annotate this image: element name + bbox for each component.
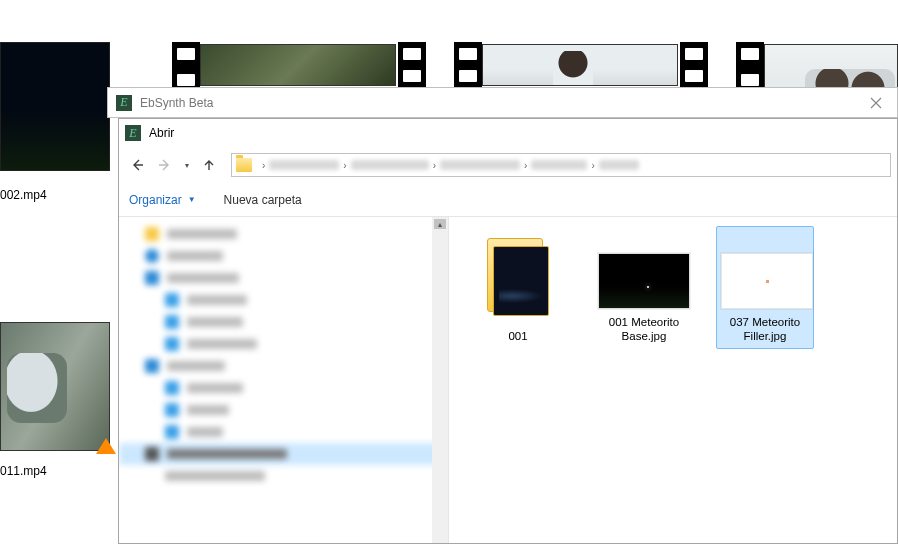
chevron-right-icon: › (262, 160, 265, 171)
file-name: 037 Meteorito Filler.jpg (721, 315, 809, 344)
video-frame (0, 42, 110, 171)
folder-icon (236, 158, 252, 172)
organize-button[interactable]: Organizar ▼ (129, 193, 196, 207)
arrow-right-icon (158, 158, 172, 172)
open-file-dialog: E Abrir ▾ › › › › › Organizar (118, 118, 898, 544)
file-label: 002.mp4 (0, 188, 47, 202)
nav-up-button[interactable] (197, 153, 221, 177)
sidebar-tree[interactable] (119, 217, 448, 493)
address-bar[interactable]: › › › › › (231, 153, 891, 177)
ebsynth-app-icon: E (116, 95, 132, 111)
video-thumb-strip (680, 42, 708, 88)
video-frame (482, 44, 678, 86)
file-list-pane[interactable]: 001 001 Meteorito Base.jpg 037 Meteorito… (449, 217, 897, 543)
chevron-down-icon: ▼ (188, 195, 196, 204)
ebsynth-app-icon: E (125, 125, 141, 141)
new-folder-label: Nueva carpeta (224, 193, 302, 207)
close-icon (870, 97, 882, 109)
close-button[interactable] (855, 89, 897, 117)
arrow-up-icon (202, 158, 216, 172)
file-name: 001 Meteorito Base.jpg (595, 315, 693, 344)
folder-icon (485, 238, 551, 316)
video-thumb-strip (398, 42, 426, 88)
dialog-toolbar: Organizar ▼ Nueva carpeta (119, 183, 897, 217)
nav-back-button[interactable] (125, 153, 149, 177)
folder-item[interactable]: 001 (469, 231, 567, 343)
image-file-item[interactable]: 001 Meteorito Base.jpg (595, 231, 693, 344)
ebsynth-title: EbSynth Beta (140, 96, 855, 110)
image-thumbnail (598, 253, 690, 309)
dialog-title: Abrir (149, 126, 174, 140)
video-thumb[interactable] (454, 42, 482, 88)
file-name: 001 (469, 329, 567, 343)
video-frame (0, 322, 110, 451)
new-folder-button[interactable]: Nueva carpeta (224, 193, 302, 207)
arrow-left-icon (130, 158, 144, 172)
sidebar-scrollbar[interactable]: ▴ (432, 217, 448, 543)
nav-forward-button[interactable] (153, 153, 177, 177)
vlc-cone-icon (96, 438, 116, 454)
image-thumbnail (721, 253, 813, 309)
chevron-up-icon: ▴ (438, 220, 442, 229)
nav-history-dropdown[interactable]: ▾ (181, 161, 193, 170)
ebsynth-window-titlebar: E EbSynth Beta (107, 87, 898, 118)
organize-label: Organizar (129, 193, 182, 207)
nav-sidebar: ▴ (119, 217, 449, 543)
nav-bar: ▾ › › › › › (119, 147, 897, 183)
image-file-item-selected[interactable]: 037 Meteorito Filler.jpg (716, 226, 814, 349)
dialog-titlebar: E Abrir (119, 119, 897, 147)
dialog-body: ▴ 001 001 Mete (119, 217, 897, 543)
file-label: 011.mp4 (0, 464, 47, 478)
video-frame (200, 44, 396, 86)
